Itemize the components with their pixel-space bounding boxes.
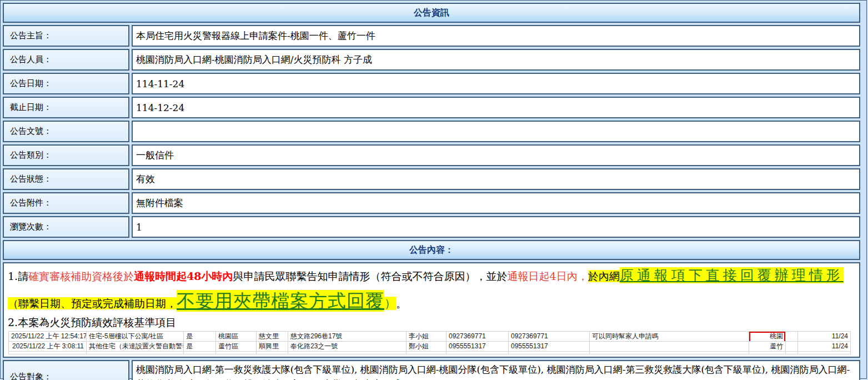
case-cell-empty xyxy=(288,351,407,354)
field-label-category: 公告類別： xyxy=(3,144,129,166)
case-cell-empty xyxy=(749,351,786,354)
case-cell-contact: 鄭小姐 xyxy=(407,341,446,351)
case-cell-empty xyxy=(590,351,749,354)
case-row-partial xyxy=(9,351,851,354)
case-cell-empty xyxy=(798,351,851,354)
text-highlighted: （聯繫日期、預定或完成補助日期， xyxy=(8,297,177,309)
content-section-title: 公告內容： xyxy=(3,240,860,260)
case-cell-branch: 桃園 xyxy=(749,331,786,341)
field-value-end-date: 114-12-24 xyxy=(132,97,860,118)
field-label-publisher: 公告人員： xyxy=(3,49,129,71)
content-body: 1.請確實審核補助資格後於通報時間起48小時內與申請民眾聯繫告知申請情形（符合或… xyxy=(3,262,860,358)
announcement-table: 公告資訊 公告主旨： 本局住宅用火災警報器線上申請案件-桃園一件、蘆竹一件 公告… xyxy=(1,1,862,380)
content-row: 1.請確實審核補助資格後於通報時間起48小時內與申請民眾聯繫告知申請情形（符合或… xyxy=(3,262,860,358)
text-red-4days: 通報日起4日內， xyxy=(508,270,588,282)
page-title: 公告資訊 xyxy=(3,3,860,23)
case-cell-address: 奉化路23之一號 xyxy=(288,341,407,351)
info-header-row: 公告資訊 xyxy=(3,3,860,23)
field-row-category: 公告類別： 一般信件 xyxy=(3,144,860,166)
field-value-status: 有效 xyxy=(132,168,860,190)
case-cell-confirm: 是 xyxy=(184,331,216,341)
field-row-attachment: 公告附件： 無附件檔案 xyxy=(3,192,860,214)
case-cell-empty xyxy=(509,351,590,354)
case-cell-village: 順興里 xyxy=(257,341,288,351)
text-red: 確實審核補助資格後於 xyxy=(28,270,134,282)
field-value-views: 1 xyxy=(132,216,860,238)
case-cell-type: 住宅-5層樓以下公寓/社區 xyxy=(87,331,184,341)
field-row-doc-number: 公告文號： xyxy=(3,121,860,142)
case-cell-empty xyxy=(446,351,509,354)
case-cell-phone2: 0955551317 xyxy=(509,341,590,351)
case-cell-note: 可以同時幫家人申請嗎 xyxy=(590,331,749,341)
case-cell-confirm: 是 xyxy=(184,341,216,351)
case-cell-extra xyxy=(786,341,798,351)
field-label-publish-date: 公告日期： xyxy=(3,73,129,94)
field-label-status: 公告狀態： xyxy=(3,168,129,190)
case-cell-note xyxy=(590,341,749,351)
field-value-category: 一般信件 xyxy=(132,144,860,166)
case-cell-type: 其他住宅（未達設置火警自動警報 xyxy=(87,341,184,351)
field-row-views: 瀏覽次數： 1 xyxy=(3,216,860,238)
text-green-paren: ） xyxy=(384,297,396,310)
text-red-bold-48h: 通報時間起48小時內 xyxy=(134,270,233,282)
case-cell-empty xyxy=(87,351,184,354)
field-row-subject: 公告主旨： 本局住宅用火災警報器線上申請案件-桃園一件、蘆竹一件 xyxy=(3,25,860,47)
field-value-attachment: 無附件檔案 xyxy=(132,192,860,214)
case-cell-extra xyxy=(786,331,798,341)
field-row-end-date: 截止日期： 114-12-24 xyxy=(3,97,860,118)
branch-label: 桃園 xyxy=(770,332,783,340)
case-cell-phone2: 0927369771 xyxy=(509,331,590,341)
field-value-audience: 桃園消防局入口網-第一救災救護大隊(包含下級單位), 桃園消防局入口網-桃園分隊… xyxy=(132,360,860,380)
field-value-publish-date: 114-11-24 xyxy=(132,73,860,94)
case-row: 2025/11/22 上午 12:54:17 住宅-5層樓以下公寓/社區 是 桃… xyxy=(9,331,851,341)
content-item-1: 1.請確實審核補助資格後於通報時間起48小時內與申請民眾聯繫告知申請情形（符合或… xyxy=(8,265,855,315)
case-cell-phone1: 0955551317 xyxy=(446,341,509,351)
case-cell-village: 慈文里 xyxy=(257,331,288,341)
field-label-end-date: 截止日期： xyxy=(3,97,129,118)
field-label-audience: 公告對象： xyxy=(3,360,129,380)
field-label-subject: 公告主旨： xyxy=(3,25,129,47)
announcement-board: 公告資訊 公告主旨： 本局住宅用火災警報器線上申請案件-桃園一件、蘆竹一件 公告… xyxy=(0,0,867,379)
case-cell-branch: 蘆竹 xyxy=(749,341,786,351)
case-cell-district: 桃園區 xyxy=(216,331,257,341)
content-header-row: 公告內容： xyxy=(3,240,860,260)
case-cell-district: 蘆竹區 xyxy=(216,341,257,351)
text-green-emphasis-large: 不要用夾帶檔案方式回覆 xyxy=(177,290,384,312)
case-table-wrap: 2025/11/22 上午 12:54:17 住宅-5層樓以下公寓/社區 是 桃… xyxy=(8,331,855,354)
field-value-publisher: 桃園消防局入口網-桃園消防局入口網/火災預防科 方子成 xyxy=(132,49,860,71)
case-cell-time: 2025/11/22 上午 12:54:17 xyxy=(9,331,87,341)
case-cell-time: 2025/11/22 上午 3:08:11 xyxy=(9,341,87,351)
field-row-status: 公告狀態： 有效 xyxy=(3,168,860,190)
field-row-publisher: 公告人員： 桃園消防局入口網-桃園消防局入口網/火災預防科 方子成 xyxy=(3,49,860,71)
field-value-doc-number xyxy=(132,121,860,142)
case-table: 2025/11/22 上午 12:54:17 住宅-5層樓以下公寓/社區 是 桃… xyxy=(8,331,851,354)
case-cell-address: 慈文路296巷17號 xyxy=(288,331,407,341)
text-green-emphasis: 原通報項下直接回覆辦理情形 xyxy=(620,267,844,283)
content-item-2: 2.本案為火災預防績效評核基準項目 xyxy=(8,316,855,330)
case-cell-empty xyxy=(216,351,257,354)
case-cell-date: 11/24 xyxy=(798,341,851,351)
case-cell-empty xyxy=(184,351,216,354)
case-cell-empty xyxy=(257,351,288,354)
field-label-views: 瀏覽次數： xyxy=(3,216,129,238)
case-cell-empty xyxy=(9,351,87,354)
field-value-subject: 本局住宅用火災警報器線上申請案件-桃園一件、蘆竹一件 xyxy=(132,25,860,47)
case-cell-empty xyxy=(407,351,446,354)
branch-label: 蘆竹 xyxy=(770,342,783,350)
field-label-doc-number: 公告文號： xyxy=(3,121,129,142)
text-plain: 。 xyxy=(396,297,407,309)
case-cell-contact: 李小姐 xyxy=(407,331,446,341)
case-cell-date: 11/24 xyxy=(798,331,851,341)
field-label-attachment: 公告附件： xyxy=(3,192,129,214)
case-cell-phone1: 0927369771 xyxy=(446,331,509,341)
field-row-publish-date: 公告日期： 114-11-24 xyxy=(3,73,860,94)
text-plain: 與申請民眾聯繫告知申請情形（符合或不符合原因），並於 xyxy=(233,270,508,282)
case-cell-empty xyxy=(786,351,798,354)
case-row: 2025/11/22 上午 3:08:11 其他住宅（未達設置火警自動警報 是 … xyxy=(9,341,851,351)
field-row-audience: 公告對象： 桃園消防局入口網-第一救災救護大隊(包含下級單位), 桃園消防局入口… xyxy=(3,360,860,380)
text-plain: 1.請 xyxy=(8,270,28,282)
text-highlighted: 於內網 xyxy=(588,270,620,282)
